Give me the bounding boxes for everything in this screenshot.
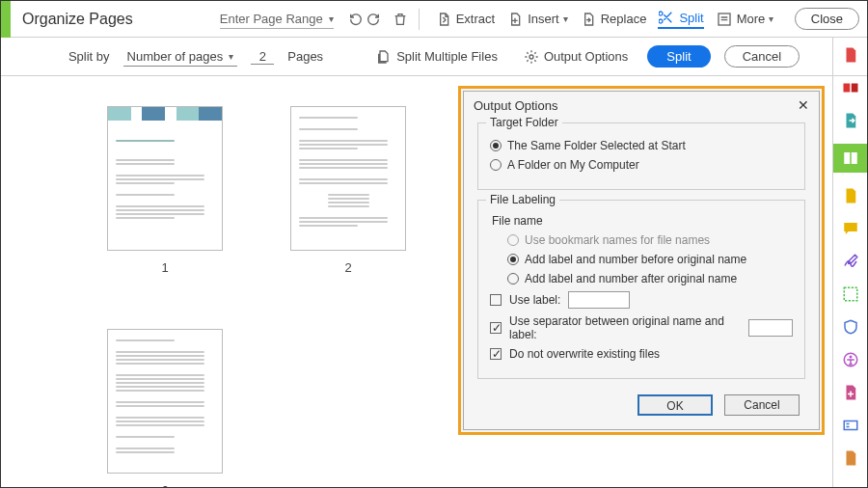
protect-icon[interactable]	[841, 317, 860, 337]
chevron-down-icon: ▾	[563, 14, 568, 24]
export-pdf-icon[interactable]	[841, 111, 860, 130]
close-icon[interactable]: ✕	[798, 97, 809, 113]
checkbox-use-separator[interactable]	[490, 322, 502, 334]
chevron-down-icon: ▾	[229, 51, 233, 62]
group-title: Target Folder	[486, 116, 562, 129]
split-mode-dropdown[interactable]: Number of pages ▾	[123, 47, 238, 67]
chevron-down-icon: ▾	[769, 14, 773, 24]
trash-icon[interactable]	[392, 11, 409, 28]
insert-label: Insert	[528, 12, 559, 26]
split-mode-value: Number of pages	[127, 49, 224, 64]
radio-label: Add label and number after original name	[525, 272, 737, 285]
more-label: More	[737, 12, 766, 26]
scissors-icon	[658, 9, 675, 26]
extract-button[interactable]: Extract	[435, 11, 495, 28]
split-confirm-button[interactable]: Split	[647, 45, 710, 68]
checkbox-label: Do not overwrite existing files	[509, 347, 660, 361]
split-multiple-button[interactable]: Split Multiple Files	[375, 48, 498, 66]
more-icon	[716, 11, 733, 28]
dialog-title: Output Options	[474, 98, 557, 113]
page-count-input[interactable]: 2	[251, 49, 274, 65]
split-subtoolbar: Split by Number of pages ▾ 2 Pages Split…	[1, 38, 867, 76]
svg-rect-6	[844, 287, 857, 301]
radio-label: A Folder on My Computer	[507, 158, 639, 172]
files-icon	[375, 48, 393, 66]
comment-icon[interactable]	[841, 219, 860, 238]
prepare-form-icon[interactable]	[841, 416, 860, 435]
split-button[interactable]: Split	[658, 9, 703, 29]
page-number: 1	[161, 260, 168, 275]
create-pdf-icon[interactable]	[841, 45, 860, 65]
radio-same-folder[interactable]: The Same Folder Selected at Start	[490, 139, 793, 152]
insert-button[interactable]: Insert ▾	[506, 11, 568, 28]
rotate-ccw-icon[interactable]	[347, 11, 365, 28]
sign-icon[interactable]	[841, 252, 860, 271]
extract-label: Extract	[456, 12, 495, 26]
accessibility-icon[interactable]	[841, 350, 860, 369]
svg-rect-9	[844, 421, 857, 430]
split-multiple-label: Split Multiple Files	[396, 49, 498, 64]
radio-icon	[490, 140, 502, 151]
app-accent-bar	[1, 1, 11, 38]
close-button[interactable]: Close	[795, 8, 859, 30]
radio-icon	[490, 159, 502, 171]
label-input[interactable]	[568, 291, 630, 309]
radio-label: Use bookmark names for file names	[525, 233, 710, 247]
radio-my-computer[interactable]: A Folder on My Computer	[490, 158, 793, 172]
separator-input[interactable]	[748, 319, 793, 337]
svg-point-1	[529, 55, 533, 59]
output-options-dialog: Output Options ✕ Target Folder The Same …	[458, 86, 825, 435]
combine-icon[interactable]	[841, 78, 860, 97]
replace-button[interactable]: Replace	[580, 11, 647, 28]
page-thumb-6[interactable]: 6	[107, 329, 223, 488]
target-folder-group: Target Folder The Same Folder Selected a…	[477, 122, 805, 190]
replace-label: Replace	[601, 12, 647, 26]
page-range-placeholder: Enter Page Range	[220, 12, 323, 26]
checkbox-no-overwrite[interactable]	[490, 348, 502, 360]
radio-icon	[507, 254, 519, 265]
output-options-button[interactable]: Output Options	[523, 48, 628, 66]
more-button[interactable]: More ▾	[716, 11, 774, 28]
fill-sign-icon[interactable]	[841, 186, 860, 205]
enhance-pdf-icon[interactable]	[841, 383, 860, 402]
radio-bookmark-names[interactable]: Use bookmark names for file names	[507, 233, 793, 247]
chevron-down-icon: ▾	[329, 14, 334, 24]
file-labeling-group: File Labeling File name Use bookmark nam…	[477, 200, 805, 379]
organize-pages-icon[interactable]	[833, 144, 868, 173]
radio-label-after[interactable]: Add label and number after original name	[507, 272, 793, 285]
checkbox-use-label[interactable]	[490, 294, 502, 306]
split-cancel-button[interactable]: Cancel	[724, 45, 800, 68]
ok-button[interactable]: OK	[637, 394, 713, 416]
right-tool-rail	[832, 38, 867, 487]
checkbox-label: Use separator between original name and …	[509, 314, 741, 341]
top-toolbar: Organize Pages Enter Page Range ▾ Extrac…	[1, 1, 867, 38]
extract-icon	[435, 11, 452, 28]
svg-point-8	[849, 356, 852, 359]
gear-icon	[523, 48, 540, 66]
file-name-label: File name	[492, 214, 793, 228]
svg-rect-4	[844, 152, 850, 164]
cancel-button[interactable]: Cancel	[724, 394, 800, 416]
page-number: 2	[344, 260, 351, 275]
group-title: File Labeling	[486, 193, 559, 206]
rotate-cw-icon[interactable]	[365, 11, 382, 28]
radio-icon	[507, 234, 519, 246]
svg-rect-3	[851, 84, 857, 93]
radio-label-before[interactable]: Add label and number before original nam…	[507, 253, 793, 266]
split-label: Split	[679, 11, 703, 25]
separator	[419, 9, 420, 30]
radio-label: Add label and number before original nam…	[525, 253, 746, 266]
svg-rect-2	[843, 84, 850, 93]
page-thumb-2[interactable]: 2	[290, 106, 406, 275]
page-range-input[interactable]: Enter Page Range ▾	[220, 10, 334, 29]
radio-icon	[507, 273, 519, 285]
split-by-label: Split by	[68, 49, 110, 64]
insert-icon	[506, 11, 524, 28]
send-review-icon[interactable]	[841, 448, 860, 468]
page-thumb-1[interactable]: 1	[107, 106, 223, 275]
replace-icon	[580, 11, 597, 28]
redact-icon[interactable]	[841, 285, 860, 304]
page-number: 6	[161, 483, 168, 488]
page-title: Organize Pages	[22, 11, 133, 28]
svg-rect-5	[851, 152, 856, 164]
